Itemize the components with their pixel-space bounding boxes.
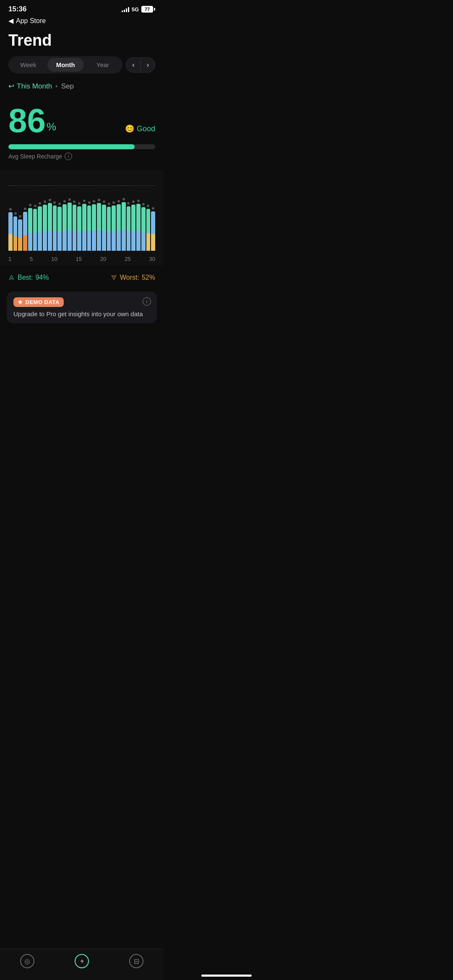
worst-icon: ⩔ bbox=[111, 274, 117, 281]
demo-badge: ★ DEMO DATA bbox=[13, 297, 64, 307]
bar-bottom-segment bbox=[38, 232, 42, 251]
best-icon: ⩓ bbox=[8, 274, 15, 281]
tab-week[interactable]: Week bbox=[10, 58, 47, 72]
bar-bottom-segment bbox=[77, 232, 81, 251]
demo-star-icon: ★ bbox=[18, 299, 23, 305]
bar-top-segment bbox=[57, 207, 62, 232]
bar-dot bbox=[78, 202, 81, 205]
bar-bottom-segment bbox=[43, 231, 47, 251]
bar-dot bbox=[34, 205, 36, 207]
bar-dot bbox=[9, 208, 12, 211]
bar-stack bbox=[102, 205, 106, 251]
bar-item bbox=[102, 177, 106, 251]
bar-item bbox=[141, 177, 146, 251]
battery-level: 77 bbox=[141, 6, 153, 13]
bar-item bbox=[122, 177, 126, 251]
back-navigation[interactable]: ◀ App Store bbox=[0, 15, 164, 28]
status-right: 5G 77 bbox=[122, 6, 155, 13]
period-tabs: Week Month Year bbox=[8, 56, 122, 73]
prev-period-button[interactable]: ‹ bbox=[126, 58, 141, 72]
next-period-button[interactable]: › bbox=[141, 58, 155, 72]
bar-stack bbox=[13, 216, 18, 251]
demo-banner[interactable]: i ★ DEMO DATA Upgrade to Pro get insight… bbox=[7, 291, 157, 323]
bar-item bbox=[33, 177, 37, 251]
signal-bar-4 bbox=[128, 7, 129, 12]
bar-dot bbox=[103, 200, 105, 203]
bar-top-segment bbox=[131, 205, 135, 231]
period-selector-row: ↩ This Month • Sep bbox=[0, 80, 164, 101]
tab-month[interactable]: Month bbox=[47, 58, 84, 72]
bar-top-segment bbox=[107, 207, 111, 232]
bar-bottom-segment bbox=[146, 233, 151, 251]
score-number-group: 86 % bbox=[8, 104, 56, 138]
demo-upgrade-text: Upgrade to Pro get insights into your ow… bbox=[13, 310, 150, 317]
bar-item bbox=[87, 177, 91, 251]
bar-dot bbox=[127, 202, 130, 205]
bar-dot bbox=[88, 201, 91, 204]
bar-dot bbox=[142, 203, 145, 205]
bar-bottom-segment bbox=[131, 231, 135, 251]
bar-bottom-segment bbox=[127, 232, 131, 251]
bar-item bbox=[68, 177, 72, 251]
bar-stack bbox=[8, 212, 13, 251]
bar-item bbox=[92, 177, 96, 251]
battery-tip bbox=[154, 8, 155, 10]
bar-stack bbox=[28, 208, 32, 251]
bar-stack bbox=[18, 219, 22, 251]
back-label: App Store bbox=[16, 17, 46, 25]
bar-item bbox=[23, 177, 27, 251]
bar-item bbox=[62, 177, 67, 251]
bar-item bbox=[97, 177, 101, 251]
bar-top-segment bbox=[136, 204, 141, 231]
bar-bottom-segment bbox=[23, 235, 27, 251]
demo-info-icon[interactable]: i bbox=[143, 297, 151, 306]
bar-top-segment bbox=[48, 203, 52, 230]
bar-stack bbox=[107, 207, 111, 251]
score-value: 86 bbox=[8, 104, 46, 138]
bar-dot bbox=[73, 200, 76, 203]
x-label-1: 1 bbox=[8, 256, 11, 262]
bar-dot bbox=[83, 200, 86, 202]
back-arrow-icon: ◀ bbox=[8, 17, 13, 25]
avg-sleep-label: Avg Sleep Recharge i bbox=[8, 153, 155, 160]
bar-bottom-segment bbox=[102, 231, 106, 251]
bar-item bbox=[82, 177, 86, 251]
bar-bottom-segment bbox=[92, 231, 96, 251]
bar-item bbox=[136, 177, 141, 251]
info-icon[interactable]: i bbox=[65, 153, 72, 160]
bar-item bbox=[13, 177, 18, 251]
this-month-button[interactable]: ↩ This Month bbox=[8, 82, 52, 91]
x-label-10: 10 bbox=[51, 256, 57, 262]
bar-top-segment bbox=[28, 208, 32, 233]
bar-dot bbox=[98, 199, 100, 201]
bar-top-segment bbox=[82, 204, 86, 231]
bar-bottom-segment bbox=[33, 233, 37, 251]
bar-stack bbox=[57, 207, 62, 251]
bar-dot bbox=[63, 200, 66, 203]
tab-container: Week Month Year ‹ › bbox=[0, 56, 164, 80]
bar-dot bbox=[68, 198, 71, 201]
tab-year[interactable]: Year bbox=[85, 58, 121, 72]
bar-dot bbox=[152, 207, 154, 210]
bar-stack bbox=[73, 205, 77, 251]
bar-stack bbox=[77, 206, 81, 251]
bar-dot bbox=[29, 204, 31, 206]
bar-stack bbox=[117, 204, 121, 251]
bar-stack bbox=[92, 204, 96, 251]
bar-item bbox=[117, 177, 121, 251]
bar-bottom-segment bbox=[141, 232, 146, 251]
bar-item bbox=[57, 177, 62, 251]
bar-top-segment bbox=[18, 219, 22, 237]
separator-dot: • bbox=[55, 83, 58, 90]
bar-bottom-segment bbox=[122, 230, 126, 251]
bar-bottom-segment bbox=[97, 230, 101, 251]
bar-stack bbox=[122, 202, 126, 251]
this-month-label: This Month bbox=[17, 82, 52, 91]
bar-item bbox=[18, 177, 22, 251]
progress-bar-fill bbox=[8, 144, 135, 149]
bar-item bbox=[112, 177, 116, 251]
x-label-5: 5 bbox=[30, 256, 33, 262]
bar-top-segment bbox=[141, 207, 146, 232]
bar-bottom-segment bbox=[73, 231, 77, 251]
bar-top-segment bbox=[33, 209, 37, 233]
